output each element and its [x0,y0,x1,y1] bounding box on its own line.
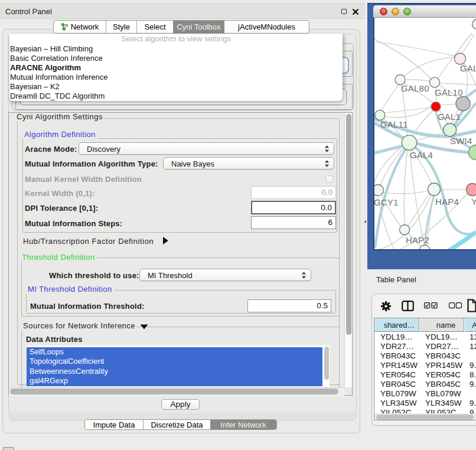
svg-text:GCY1: GCY1 [374,197,399,207]
svg-text:GAL4: GAL4 [410,150,433,160]
svg-text:GAL80: GAL80 [401,83,429,93]
svg-text:HAP2: HAP2 [406,235,429,245]
svg-text:GAL10: GAL10 [435,87,463,97]
svg-text:GAL11: GAL11 [380,119,408,129]
svg-text:GAL1: GAL1 [438,112,461,122]
svg-text:HAP4: HAP4 [435,197,459,207]
svg-text:YM: YM [471,197,476,207]
svg-text:SWI4: SWI4 [450,136,472,146]
svg-text:GAL7: GAL7 [460,63,476,73]
